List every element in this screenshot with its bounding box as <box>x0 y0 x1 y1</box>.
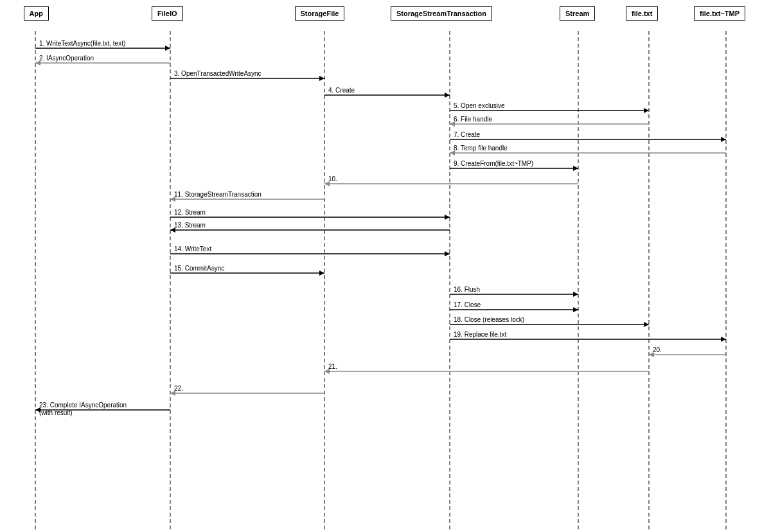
svg-marker-30 <box>445 215 450 220</box>
svg-marker-38 <box>573 292 578 297</box>
svg-marker-8 <box>165 46 170 51</box>
svg-marker-50 <box>170 391 175 396</box>
arrow-label-16: 16. Flush <box>454 286 480 293</box>
lifeline-box-app: App <box>24 6 49 21</box>
arrow-label-6: 6. File handle <box>454 116 492 123</box>
svg-marker-26 <box>324 181 330 186</box>
svg-marker-46 <box>649 352 654 357</box>
svg-marker-48 <box>324 369 330 374</box>
svg-marker-20 <box>721 137 726 142</box>
lifeline-box-storagefile: StorageFile <box>295 6 345 21</box>
svg-marker-36 <box>319 270 324 276</box>
arrow-label-9: 9. CreateFrom(file.txt~TMP) <box>454 160 533 167</box>
svg-marker-14 <box>445 93 450 98</box>
arrow-label-12: 12. Stream <box>174 209 206 216</box>
arrow-label-1: 1. WriteTextAsync(file.txt, text) <box>39 40 125 47</box>
svg-marker-52 <box>35 407 40 412</box>
svg-marker-34 <box>445 251 450 256</box>
arrow-label-5: 5. Open exclusive <box>454 102 505 109</box>
arrow-label-21: 21. <box>328 363 337 370</box>
arrow-label-8: 8. Temp file handle <box>454 145 508 152</box>
arrow-label-23: 23. Complete IAsyncOperation(with result… <box>39 402 127 416</box>
arrow-label-22: 22. <box>174 385 183 392</box>
svg-marker-42 <box>644 322 649 327</box>
arrow-label-18: 18. Close (releases lock) <box>454 316 524 323</box>
arrow-label-17: 17. Close <box>454 301 481 308</box>
arrow-label-7: 7. Create <box>454 131 481 138</box>
lifeline-box-storagestreamtransaction: StorageStreamTransaction <box>391 6 492 21</box>
arrow-label-20: 20. <box>653 346 662 353</box>
lifeline-box-stream: Stream <box>560 6 595 21</box>
svg-marker-24 <box>573 166 578 171</box>
svg-marker-32 <box>170 227 175 233</box>
svg-marker-44 <box>721 337 726 342</box>
arrow-label-13: 13. Stream <box>174 222 206 229</box>
sequence-diagram: 1. WriteTextAsync(file.txt, text)2. IAsy… <box>0 0 771 532</box>
arrow-label-2: 2. IAsyncOperation <box>39 55 94 62</box>
arrow-label-15: 15. CommitAsync <box>174 265 224 272</box>
svg-marker-40 <box>573 307 578 312</box>
arrow-label-11: 11. StorageStreamTransaction <box>174 191 261 198</box>
lifeline-box-filetxt: file.txt <box>626 6 658 21</box>
arrow-label-10: 10. <box>328 175 337 182</box>
svg-marker-22 <box>450 150 455 155</box>
lifeline-box-fileio: FileIO <box>152 6 183 21</box>
arrow-label-14: 14. WriteText <box>174 245 211 253</box>
svg-marker-12 <box>319 76 324 81</box>
lifeline-box-filetxttmp: file.txt~TMP <box>694 6 745 21</box>
arrow-label-3: 3. OpenTransactedWriteAsync <box>174 70 261 77</box>
svg-marker-28 <box>170 197 175 202</box>
svg-marker-10 <box>35 60 40 66</box>
svg-marker-16 <box>644 108 649 113</box>
arrow-label-19: 19. Replace file.txt <box>454 331 506 338</box>
arrow-label-4: 4. Create <box>328 87 355 94</box>
svg-marker-18 <box>450 121 455 127</box>
